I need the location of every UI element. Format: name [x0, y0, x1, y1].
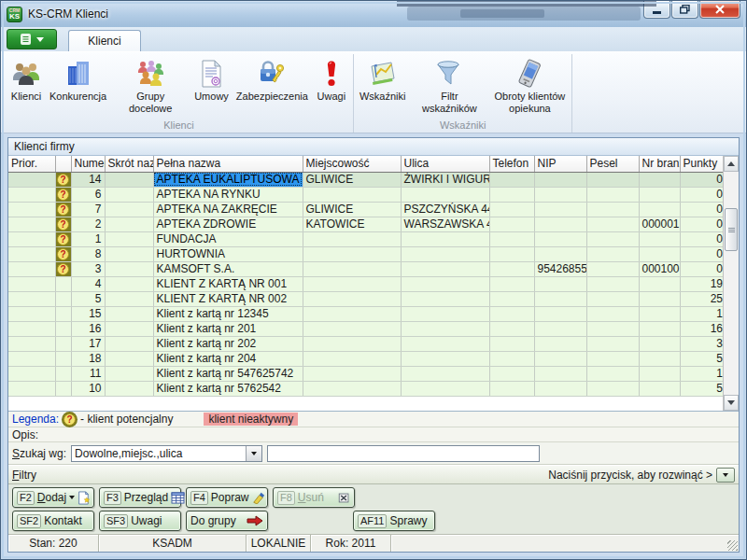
table-row[interactable]: 11Klient z kartą nr 5476257421 — [8, 366, 726, 381]
table-row[interactable]: ?8HURTOWNIA0 — [8, 246, 726, 261]
cell-miejsc: KATOWICE — [303, 217, 401, 231]
ribbon-button-zabezpieczenia[interactable]: Zabezpieczenia — [233, 54, 312, 104]
key-badge: F2 — [17, 491, 35, 505]
column-header-punkty[interactable]: Punkty — [680, 156, 726, 172]
search-mode-select[interactable]: Dowolne,miejsc.,ulica — [71, 445, 262, 462]
ribbon-button-label: Zabezpieczenia — [236, 91, 308, 103]
cell-nazwa: APTEKA NA RYNKU — [153, 187, 303, 202]
cell-pesel — [586, 202, 639, 217]
tab-strip: Klienci — [1, 27, 746, 51]
cell-numer: 6 — [71, 187, 105, 202]
search-input[interactable] — [267, 445, 540, 462]
cell-skrot — [105, 276, 153, 291]
ribbon-button-konkurencja[interactable]: Konkurencja — [46, 54, 110, 104]
column-header-numer[interactable]: Numer — [71, 156, 105, 172]
ribbon-button-label: Obroty klientów opiekuna — [493, 91, 566, 114]
table-row[interactable]: ?6APTEKA NA RYNKU0 — [8, 187, 726, 202]
cell-prior — [8, 231, 55, 246]
action-button-area: F2 Dodaj F3 Przegląd — [8, 484, 739, 534]
cell-telefon — [489, 276, 534, 291]
table-row[interactable]: ?1FUNDACJA0 — [8, 231, 726, 246]
resize-grip[interactable] — [727, 540, 738, 551]
table-row[interactable]: ?3KAMSOFT S.A.9542685550001000 — [8, 261, 726, 276]
contact-button[interactable]: SF2 Kontakt — [12, 511, 94, 531]
cell-nip — [534, 246, 586, 261]
table-row[interactable]: 5KLIENT Z KARTĄ NR 00225 — [8, 291, 726, 306]
column-header-miejsc[interactable]: Miejscowość — [303, 156, 401, 172]
column-header-telefon[interactable]: Telefon — [489, 156, 534, 172]
column-header-skrot[interactable]: Skrót nazw — [105, 156, 153, 172]
description-bar: Opis: — [8, 427, 739, 442]
table-row[interactable]: 10Klient z kartą nr 57625425 — [8, 381, 726, 396]
arrow-up-icon — [727, 161, 735, 166]
tab-klienci[interactable]: Klienci — [68, 30, 141, 51]
new-document-icon — [69, 491, 90, 505]
cell-prior — [8, 202, 55, 217]
table-row[interactable]: 15Klient z kartą nr 123451 — [8, 306, 726, 321]
vertical-scrollbar[interactable] — [723, 156, 739, 411]
restore-button[interactable] — [671, 1, 698, 19]
cell-branz — [639, 306, 680, 321]
scroll-down-button[interactable] — [724, 395, 739, 411]
cell-prior — [8, 366, 55, 381]
column-header-nazwa[interactable]: Pełna nazwa — [153, 156, 303, 172]
table-row[interactable]: ?7APTEKA NA ZAKRĘCIEGLIWICEPSZCZYŃSKA 44… — [8, 202, 726, 217]
to-group-button[interactable]: Do grupy — [186, 511, 268, 531]
column-header-q[interactable] — [55, 156, 71, 172]
column-header-prior[interactable]: Prior. — [8, 156, 55, 172]
scrollbar-thumb[interactable] — [725, 208, 738, 251]
ribbon-button-label: Umowy — [194, 91, 229, 103]
cell-nip — [534, 276, 586, 291]
cell-miejsc — [303, 381, 401, 396]
ribbon-button-umowy[interactable]: Umowy — [190, 54, 233, 104]
cell-nip — [534, 306, 586, 321]
edit-button[interactable]: F4 Popraw — [186, 487, 268, 508]
add-button[interactable]: F2 Dodaj — [12, 487, 94, 508]
close-button[interactable] — [699, 1, 740, 19]
people-icon — [10, 58, 42, 90]
notes-button[interactable]: SF3 Uwagi — [99, 511, 181, 531]
app-menu-button[interactable] — [7, 29, 57, 49]
buildings-icon — [63, 58, 94, 90]
cell-nip — [534, 187, 586, 202]
table-row[interactable]: ?14APTEKA EUKALIPTUSOWAGLIWICEŻWIRKI I W… — [8, 172, 726, 187]
table-row[interactable]: ?2APTEKA ZDROWIEKATOWICEWARSZAWSKA 40000… — [8, 217, 726, 231]
cell-branz — [639, 231, 680, 246]
title-bar[interactable]: CRM KS KS-CRM Klienci — [1, 1, 746, 27]
column-header-ulica[interactable]: Ulica — [401, 156, 489, 172]
cell-punkty: 0 — [680, 172, 726, 187]
cell-nazwa: Klient z kartą nr 202 — [153, 336, 303, 351]
cell-numer: 11 — [71, 366, 105, 381]
scroll-up-button[interactable] — [724, 156, 739, 172]
cell-miejsc — [303, 306, 401, 321]
delete-button[interactable]: F8 Usuń — [273, 487, 355, 508]
ribbon-button-obroty-klientow[interactable]: Obroty klientów opiekuna — [489, 54, 570, 115]
column-header-pesel[interactable]: Pesel — [586, 156, 639, 172]
question-icon: ? — [57, 189, 69, 201]
combo-drop-button[interactable] — [246, 446, 261, 461]
ribbon-button-klienci[interactable]: Klienci — [7, 54, 46, 104]
ribbon-button-uwagi[interactable]: Uwagi — [312, 54, 351, 104]
table-row[interactable]: 4KLIENT Z KARTĄ NR 00119 — [8, 276, 726, 291]
filters-expand-button[interactable] — [716, 468, 735, 483]
cell-q — [55, 366, 71, 381]
column-header-nip[interactable]: NIP — [534, 156, 586, 172]
cases-button[interactable]: AF11 Sprawy — [353, 511, 435, 531]
cell-numer: 8 — [71, 246, 105, 261]
cell-punkty: 1 — [680, 366, 726, 381]
red-arrow-icon — [247, 515, 263, 526]
ribbon-button-grupy-docelowe[interactable]: Grupy docelowe — [110, 54, 190, 115]
column-header-branz[interactable]: Nr branż — [639, 156, 680, 172]
table-row[interactable]: 16Klient z kartą nr 20116 — [8, 321, 726, 336]
table-row[interactable]: 18Klient z kartą nr 2045 — [8, 351, 726, 366]
ribbon-button-filtr-wskaznikow[interactable]: Filtr wskaźników — [409, 54, 489, 115]
background-window-ghost — [460, 9, 544, 18]
cell-miejsc — [303, 261, 401, 276]
cell-numer: 5 — [71, 291, 105, 306]
edit-icon — [252, 491, 265, 504]
table-row[interactable]: 17Klient z kartą nr 2023 — [8, 336, 726, 351]
cell-ulica — [401, 187, 489, 202]
ribbon-button-wskazniki[interactable]: Wskaźniki — [356, 54, 410, 104]
caption-buttons — [642, 1, 740, 19]
view-button[interactable]: F3 Przegląd — [99, 487, 181, 508]
